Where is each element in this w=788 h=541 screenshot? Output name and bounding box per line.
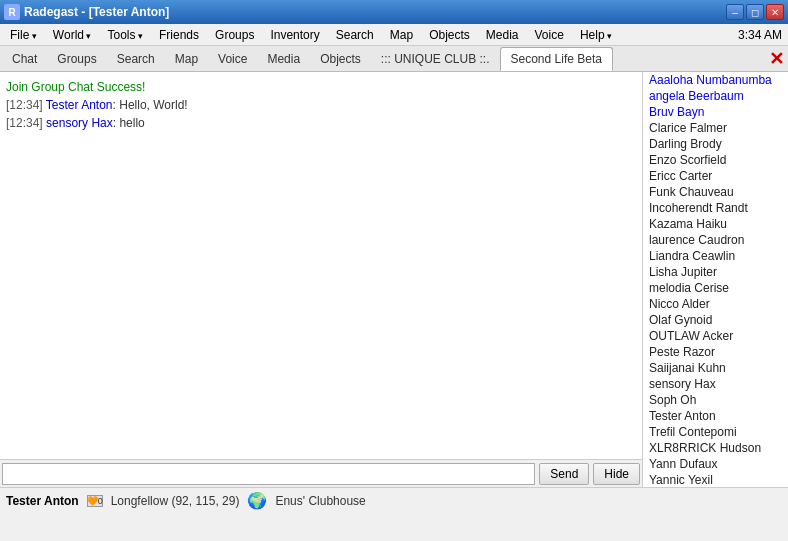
title-bar-controls: – ◻ ✕: [726, 4, 784, 20]
location-info: Longfellow (92, 115, 29): [111, 494, 240, 508]
member-item[interactable]: Darling Brody: [643, 136, 788, 152]
member-item[interactable]: Enzo Scorfield: [643, 152, 788, 168]
member-item[interactable]: Ericc Carter: [643, 168, 788, 184]
tab-bar: Chat Groups Search Map Voice Media Objec…: [0, 46, 788, 72]
menu-items: File World Tools Friends Groups Inventor…: [2, 26, 620, 44]
menu-groups[interactable]: Groups: [207, 26, 262, 44]
member-item[interactable]: Olaf Gynoid: [643, 312, 788, 328]
menu-friends[interactable]: Friends: [151, 26, 207, 44]
member-item[interactable]: laurence Caudron: [643, 232, 788, 248]
tab-map[interactable]: Map: [165, 48, 208, 70]
send-button[interactable]: Send: [539, 463, 589, 485]
status-bar: Tester Anton 🧡0 Longfellow (92, 115, 29)…: [0, 487, 788, 513]
tab-groups[interactable]: Groups: [47, 48, 106, 70]
system-message: Join Group Chat Success!: [6, 78, 636, 96]
member-item[interactable]: Clarice Falmer: [643, 120, 788, 136]
title-bar-left: R Radegast - [Tester Anton]: [4, 4, 169, 20]
app-icon: R: [4, 4, 20, 20]
place-icon: 🌍: [247, 491, 267, 510]
member-item[interactable]: Trefil Contepomi: [643, 424, 788, 440]
chat-panel: Join Group Chat Success! [12:34] Tester …: [0, 72, 643, 487]
member-item[interactable]: Incoherendt Randt: [643, 200, 788, 216]
member-item[interactable]: angela Beerbaum: [643, 88, 788, 104]
tab-media[interactable]: Media: [257, 48, 310, 70]
member-item[interactable]: XLR8RRICK Hudson: [643, 440, 788, 456]
member-item[interactable]: Soph Oh: [643, 392, 788, 408]
member-item[interactable]: OUTLAW Acker: [643, 328, 788, 344]
member-item[interactable]: Liandra Ceawlin: [643, 248, 788, 264]
chat-message-1: [12:34] Tester Anton: Hello, World!: [6, 96, 636, 114]
member-item[interactable]: Bruv Bayn: [643, 104, 788, 120]
minimize-button[interactable]: –: [726, 4, 744, 20]
member-item[interactable]: Funk Chauveau: [643, 184, 788, 200]
chat-input[interactable]: [2, 463, 535, 485]
member-item[interactable]: Lisha Jupiter: [643, 264, 788, 280]
member-item[interactable]: melodia Cerise: [643, 280, 788, 296]
chat-messages: Join Group Chat Success! [12:34] Tester …: [0, 72, 642, 459]
members-panel: Aaaloha Numbanumbaangela BeerbaumBruv Ba…: [643, 72, 788, 487]
menu-voice[interactable]: Voice: [527, 26, 572, 44]
title-bar: R Radegast - [Tester Anton] – ◻ ✕: [0, 0, 788, 24]
menu-tools[interactable]: Tools: [100, 26, 152, 44]
member-item[interactable]: Kazama Haiku: [643, 216, 788, 232]
tab-chat[interactable]: Chat: [2, 48, 47, 70]
member-item[interactable]: Yannic Yexil: [643, 472, 788, 487]
menu-world[interactable]: World: [45, 26, 100, 44]
main-area: Join Group Chat Success! [12:34] Tester …: [0, 72, 788, 487]
health-bar: 🧡0: [87, 495, 103, 507]
menu-media[interactable]: Media: [478, 26, 527, 44]
menu-objects[interactable]: Objects: [421, 26, 478, 44]
menu-file[interactable]: File: [2, 26, 45, 44]
member-item[interactable]: sensory Hax: [643, 376, 788, 392]
window-close-button[interactable]: ✕: [766, 4, 784, 20]
health-icon: 🧡: [87, 496, 98, 506]
member-item[interactable]: Tester Anton: [643, 408, 788, 424]
menu-search[interactable]: Search: [328, 26, 382, 44]
menu-time: 3:34 AM: [738, 28, 786, 42]
member-item[interactable]: Yann Dufaux: [643, 456, 788, 472]
avatar-name: Tester Anton: [6, 494, 79, 508]
title-text: Radegast - [Tester Anton]: [24, 5, 169, 19]
tab-search[interactable]: Search: [107, 48, 165, 70]
chat-message-2: [12:34] sensory Hax: hello: [6, 114, 636, 132]
hide-button[interactable]: Hide: [593, 463, 640, 485]
menu-bar: File World Tools Friends Groups Inventor…: [0, 24, 788, 46]
close-tab-button[interactable]: ✕: [769, 50, 784, 68]
chat-input-area: Send Hide: [0, 459, 642, 487]
menu-help[interactable]: Help: [572, 26, 620, 44]
tab-voice[interactable]: Voice: [208, 48, 257, 70]
member-item[interactable]: Nicco Alder: [643, 296, 788, 312]
restore-button[interactable]: ◻: [746, 4, 764, 20]
member-item[interactable]: Aaaloha Numbanumba: [643, 72, 788, 88]
member-item[interactable]: Saiijanai Kuhn: [643, 360, 788, 376]
place-name: Enus' Clubhouse: [275, 494, 365, 508]
menu-map[interactable]: Map: [382, 26, 421, 44]
menu-inventory[interactable]: Inventory: [262, 26, 327, 44]
tab-second-life-beta[interactable]: Second Life Beta: [500, 47, 613, 71]
tab-unique-club[interactable]: ::: UNIQUE CLUB ::.: [371, 48, 500, 70]
tab-objects[interactable]: Objects: [310, 48, 371, 70]
member-item[interactable]: Peste Razor: [643, 344, 788, 360]
